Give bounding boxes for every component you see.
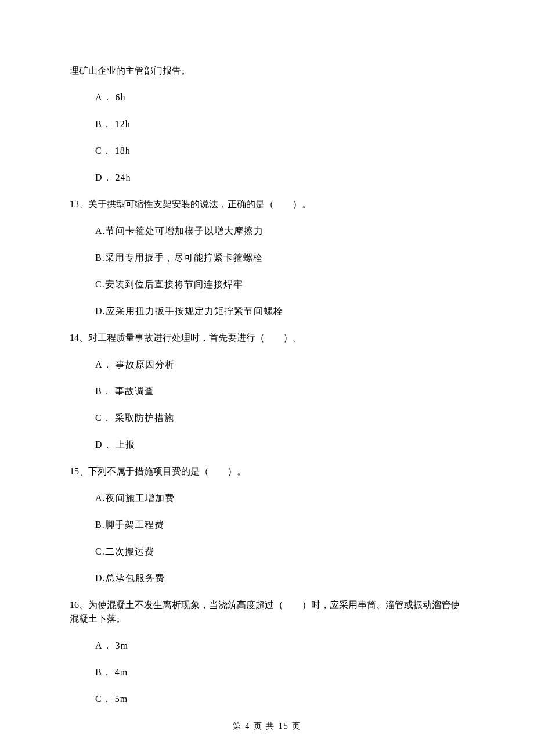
page-content: 理矿山企业的主管部门报告。 A． 6h B． 12h C． 18h D． 24h… [0, 0, 534, 754]
option-15-b: B.脚手架工程费 [95, 518, 464, 532]
option-16-a: A． 3m [95, 639, 464, 653]
option-12-a: A． 6h [95, 91, 464, 105]
question-16-options: A． 3m B． 4m C． 5m [70, 639, 464, 706]
option-12-d: D． 24h [95, 171, 464, 185]
option-12-b: B． 12h [95, 117, 464, 131]
question-15-stem: 15、下列不属于措施项目费的是（ ）。 [70, 465, 464, 478]
question-14-options: A． 事故原因分析 B． 事故调查 C． 采取防护措施 D． 上报 [70, 358, 464, 452]
question-16-stem: 16、为使混凝土不发生离析现象，当浇筑高度超过（ ）时，应采用串筒、溜管或振动溜… [70, 598, 464, 626]
option-14-c: C． 采取防护措施 [95, 411, 464, 425]
option-14-b: B． 事故调查 [95, 384, 464, 398]
question-12-continuation: 理矿山企业的主管部门报告。 [70, 64, 464, 78]
option-13-d: D.应采用扭力扳手按规定力矩拧紧节间螺栓 [95, 304, 464, 318]
option-15-c: C.二次搬运费 [95, 545, 464, 559]
option-16-c: C． 5m [95, 692, 464, 706]
option-12-c: C． 18h [95, 144, 464, 158]
question-14-stem: 14、对工程质量事故进行处理时，首先要进行（ ）。 [70, 331, 464, 345]
option-16-b: B． 4m [95, 665, 464, 679]
question-12-options: A． 6h B． 12h C． 18h D． 24h [70, 91, 464, 185]
question-15-options: A.夜间施工增加费 B.脚手架工程费 C.二次搬运费 D.总承包服务费 [70, 491, 464, 585]
question-13-stem: 13、关于拱型可缩性支架安装的说法，正确的是（ ）。 [70, 197, 464, 211]
option-15-d: D.总承包服务费 [95, 571, 464, 585]
question-13-options: A.节间卡箍处可增加楔子以增大摩擦力 B.采用专用扳手，尽可能拧紧卡箍螺栓 C.… [70, 224, 464, 318]
option-15-a: A.夜间施工增加费 [95, 491, 464, 505]
page-footer: 第 4 页 共 15 页 [0, 721, 534, 732]
option-14-d: D． 上报 [95, 438, 464, 452]
option-13-c: C.安装到位后直接将节间连接焊牢 [95, 278, 464, 291]
option-13-b: B.采用专用扳手，尽可能拧紧卡箍螺栓 [95, 251, 464, 265]
option-14-a: A． 事故原因分析 [95, 358, 464, 372]
option-13-a: A.节间卡箍处可增加楔子以增大摩擦力 [95, 224, 464, 238]
